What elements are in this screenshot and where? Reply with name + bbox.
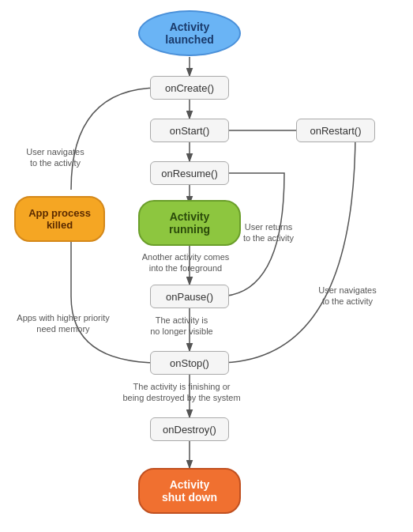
on-stop-node: onStop()	[150, 351, 229, 375]
finishing-destroyed-label: The activity is finishing or being destr…	[103, 381, 261, 404]
on-pause-node: onPause()	[150, 285, 229, 308]
on-resume-node: onResume()	[150, 161, 229, 185]
user-navigates-label: User navigates to the activity	[8, 146, 103, 169]
app-process-killed-node: App process killed	[14, 196, 105, 242]
activity-launched-node: Activity launched	[138, 10, 241, 56]
user-navigates2-label: User navigates to the activity	[308, 285, 387, 308]
user-returns-label: User returns to the activity	[233, 221, 304, 244]
activity-running-node: Activity running	[138, 200, 241, 246]
on-destroy-node: onDestroy()	[150, 417, 229, 441]
lifecycle-diagram: Activity launched onCreate() onStart() o…	[0, 0, 413, 532]
no-longer-visible-label: The activity is no longer visible	[115, 315, 249, 338]
on-restart-node: onRestart()	[296, 119, 375, 142]
apps-higher-priority-label: Apps with higher priority need memory	[8, 312, 118, 335]
activity-shutdown-node: Activity shut down	[138, 468, 241, 514]
another-activity-label: Another activity comes into the foregrou…	[118, 251, 253, 274]
on-create-node: onCreate()	[150, 76, 229, 100]
on-start-node: onStart()	[150, 119, 229, 142]
